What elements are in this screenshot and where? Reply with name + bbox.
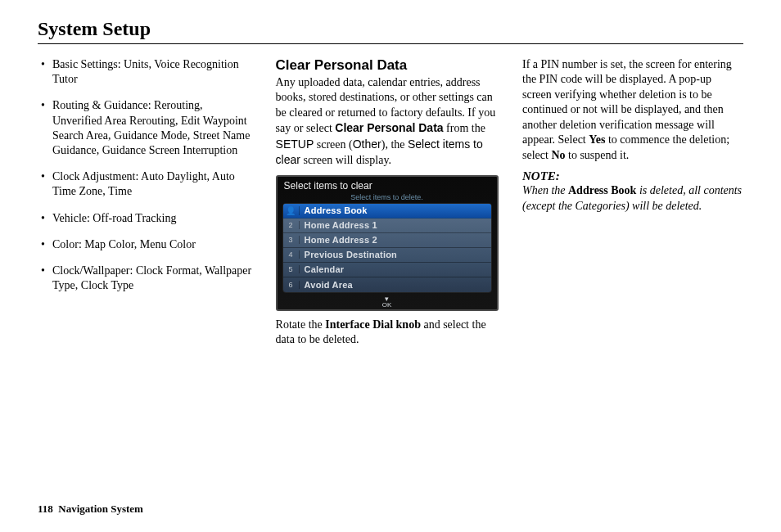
item-label: Avoid Area: [300, 280, 353, 290]
column-2: Clear Personal Data Any uploaded data, c…: [276, 57, 501, 354]
list-item[interactable]: 2 Home Address 1: [283, 219, 491, 233]
text: When the: [522, 184, 568, 196]
list-item[interactable]: 👤 Address Book: [283, 204, 491, 219]
item-number: 5: [283, 265, 300, 273]
address-book-label: Address Book: [568, 184, 636, 196]
text: to suspend it.: [566, 149, 630, 161]
item-label: Previous Destination: [300, 250, 397, 259]
paragraph: Rotate the Interface Dial knob and selec…: [276, 318, 501, 348]
content-columns: Basic Settings: Units, Voice Recognition…: [38, 57, 743, 354]
bullet-list: Basic Settings: Units, Voice Recognition…: [38, 57, 255, 293]
device-screenshot: Select items to clear Select items to de…: [276, 175, 499, 311]
item-number: 6: [283, 281, 300, 289]
list-item[interactable]: 4 Previous Destination: [283, 248, 491, 263]
ok-label: OK: [382, 301, 392, 309]
list-item[interactable]: 6 Avoid Area: [283, 277, 491, 292]
person-icon: 👤: [283, 206, 300, 215]
device-subtitle: Select items to delete.: [278, 193, 497, 203]
list-item: Vehicle: Off-road Tracking: [41, 211, 255, 226]
list-item[interactable]: 5 Calendar: [283, 263, 491, 277]
item-label: Home Address 2: [300, 235, 377, 245]
item-label: Home Address 1: [300, 220, 377, 230]
no-label: No: [551, 149, 565, 161]
paragraph: Any uploaded data, calendar entries, add…: [276, 75, 501, 169]
list-item: Routing & Guidance: Rerouting, Unverifie…: [41, 98, 255, 158]
page-footer: 118 Navigation System: [38, 503, 143, 516]
list-item: Basic Settings: Units, Voice Recognition…: [41, 57, 255, 87]
item-label: Calendar: [300, 264, 345, 274]
section-heading: Clear Personal Data: [276, 57, 501, 74]
text: screen (: [314, 138, 352, 151]
item-number: 2: [283, 221, 300, 229]
interface-dial-label: Interface Dial knob: [325, 318, 421, 331]
item-number: 3: [283, 236, 300, 244]
ok-indicator: ▾ OK: [278, 296, 497, 309]
device-title: Select items to clear: [278, 177, 497, 193]
item-label: Address Book: [300, 205, 368, 215]
other-label: Other: [353, 138, 381, 151]
page-title: System Setup: [38, 18, 743, 44]
item-number: 4: [283, 250, 300, 259]
text: screen will display.: [300, 154, 391, 166]
text: ), the: [381, 138, 408, 151]
list-item[interactable]: 3 Home Address 2: [283, 233, 491, 248]
paragraph: If a PIN number is set, the screen for e…: [522, 57, 743, 163]
yes-label: Yes: [589, 133, 605, 146]
setup-label: SETUP: [276, 138, 314, 151]
list-item: Clock/Wallpaper: Clock Format, Wallpaper…: [41, 264, 255, 293]
column-3: If a PIN number is set, the screen for e…: [522, 57, 743, 354]
list-item: Color: Map Color, Menu Color: [41, 237, 255, 252]
list-item: Clock Adjustment: Auto Daylight, Auto Ti…: [41, 169, 255, 199]
footer-label: Navigation System: [58, 503, 143, 515]
clear-personal-data-label: Clear Personal Data: [335, 121, 443, 134]
note-text: When the Address Book is deleted, all co…: [522, 183, 743, 214]
text: from the: [444, 122, 485, 134]
text: Rotate the: [276, 318, 326, 331]
note-heading: NOTE:: [522, 169, 743, 183]
device-list: 👤 Address Book 2 Home Address 1 3 Home A…: [282, 203, 492, 293]
column-1: Basic Settings: Units, Voice Recognition…: [38, 57, 255, 354]
page-number: 118: [38, 503, 53, 515]
